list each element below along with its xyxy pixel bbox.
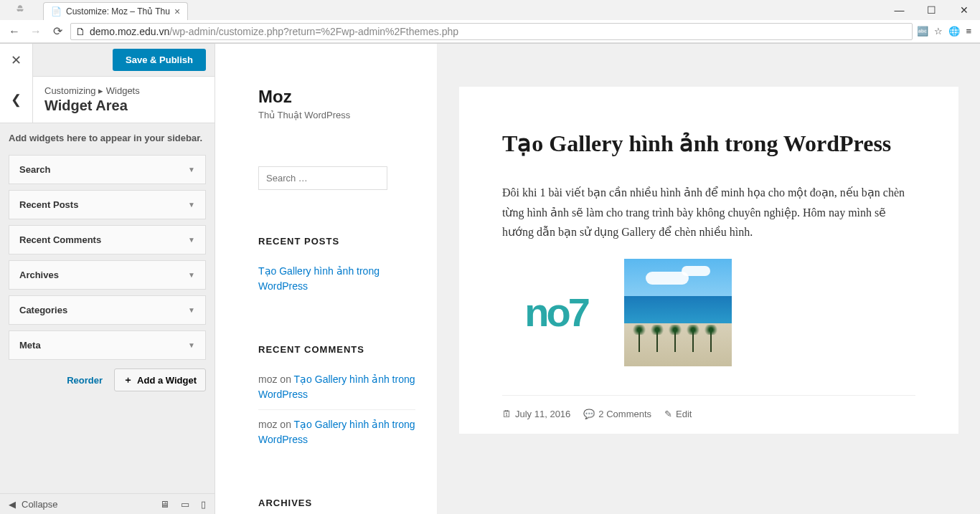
chevron-down-icon: ▼ bbox=[188, 271, 195, 279]
mobile-icon[interactable]: ▯ bbox=[201, 499, 206, 510]
device-preview-icons: 🖥 ▭ ▯ bbox=[160, 499, 206, 510]
gallery: no7 bbox=[502, 259, 915, 366]
reorder-link[interactable]: Reorder bbox=[67, 375, 103, 386]
reload-button[interactable]: ⟳ bbox=[49, 23, 66, 40]
search-input[interactable] bbox=[258, 166, 387, 190]
recent-comment-item: moz on Tạo Gallery hình ảnh trong WordPr… bbox=[258, 368, 415, 406]
widget-item-search[interactable]: Search ▼ bbox=[9, 155, 206, 184]
collapse-button[interactable]: ◀ Collapse bbox=[9, 499, 58, 510]
calendar-icon: 🗓 bbox=[502, 409, 512, 419]
help-text: Add widgets here to appear in your sideb… bbox=[9, 132, 206, 145]
tablet-icon[interactable]: ▭ bbox=[181, 499, 189, 510]
widget-item-meta[interactable]: Meta ▼ bbox=[9, 330, 206, 360]
add-widget-button[interactable]: ＋ Add a Widget bbox=[114, 368, 206, 391]
gallery-image-beach[interactable] bbox=[624, 259, 732, 366]
panel-title: Widget Area bbox=[44, 97, 203, 114]
close-button[interactable]: ✕ bbox=[948, 0, 980, 20]
widget-actions: Reorder ＋ Add a Widget bbox=[9, 368, 206, 391]
menu-icon[interactable]: ≡ bbox=[966, 26, 971, 37]
close-panel-button[interactable]: ✕ bbox=[0, 44, 33, 77]
breadcrumb: Customizing ▸ Widgets bbox=[44, 85, 203, 96]
preview-sidebar: Moz Thủ Thuật WordPress RECENT POSTS Tạo… bbox=[215, 44, 438, 514]
archives-widget: ARCHIVES July 2016 bbox=[258, 498, 415, 514]
customizer-panel: ✕ Save & Publish ❮ Customizing ▸ Widgets… bbox=[0, 44, 215, 514]
bookmark-icon[interactable]: ☆ bbox=[934, 26, 943, 37]
collapse-label: Collapse bbox=[22, 499, 58, 510]
widget-label: Archives bbox=[19, 270, 59, 280]
widget-label: Search bbox=[19, 164, 50, 175]
chevron-down-icon: ▼ bbox=[188, 201, 195, 209]
recent-posts-widget: RECENT POSTS Tạo Gallery hình ảnh trong … bbox=[258, 236, 415, 298]
site-description: Thủ Thuật WordPress bbox=[258, 110, 415, 120]
comment-icon: 💬 bbox=[583, 409, 595, 419]
recent-post-link[interactable]: Tạo Gallery hình ảnh trong WordPress bbox=[258, 260, 415, 298]
nav-bar: ← → ⟳ 🗋 demo.moz.edu.vn/wp-admin/customi… bbox=[0, 20, 980, 43]
widget-item-archives[interactable]: Archives ▼ bbox=[9, 260, 206, 290]
site-title[interactable]: Moz bbox=[258, 87, 415, 107]
widget-label: Recent Comments bbox=[19, 234, 101, 245]
app: ✕ Save & Publish ❮ Customizing ▸ Widgets… bbox=[0, 44, 980, 514]
comment-author[interactable]: moz bbox=[258, 419, 277, 430]
browser-chrome: 📄 Customize: Moz – Thủ Thu × — ☐ ✕ ← → ⟳… bbox=[0, 0, 980, 44]
post-body: Đôi khi 1 bài viết bạn cần nhiều hình ản… bbox=[502, 183, 915, 242]
translate-icon[interactable]: 🔤 bbox=[917, 26, 928, 37]
globe-icon[interactable]: 🌐 bbox=[948, 26, 960, 37]
widget-item-categories[interactable]: Categories ▼ bbox=[9, 295, 206, 325]
on-label: on bbox=[280, 373, 291, 385]
preview-frame: Moz Thủ Thuật WordPress RECENT POSTS Tạo… bbox=[215, 44, 980, 514]
plus-icon: ＋ bbox=[123, 373, 133, 386]
widget-label: Meta bbox=[19, 340, 41, 351]
comment-author[interactable]: moz bbox=[258, 373, 277, 385]
url-bar[interactable]: 🗋 demo.moz.edu.vn/wp-admin/customize.php… bbox=[70, 23, 913, 40]
edit-icon: ✎ bbox=[664, 409, 672, 419]
window-controls: — ☐ ✕ bbox=[883, 0, 980, 20]
widget-label: Recent Posts bbox=[19, 199, 78, 210]
preview-main: Tạo Gallery hình ảnh trong WordPress Đôi… bbox=[438, 44, 980, 514]
widget-title: RECENT POSTS bbox=[258, 236, 415, 247]
breadcrumb-prefix: Customizing ▸ bbox=[44, 85, 103, 96]
chevron-down-icon: ▼ bbox=[188, 236, 195, 244]
minimize-button[interactable]: — bbox=[883, 0, 915, 20]
page-icon: 🗋 bbox=[75, 26, 85, 37]
widget-label: Categories bbox=[19, 305, 67, 315]
breadcrumb-row: ❮ Customizing ▸ Widgets Widget Area bbox=[0, 77, 215, 123]
back-panel-button[interactable]: ❮ bbox=[0, 77, 33, 123]
search-widget bbox=[258, 166, 415, 190]
customizer-header: ✕ Save & Publish bbox=[0, 44, 215, 77]
post: Tạo Gallery hình ảnh trong WordPress Đôi… bbox=[459, 87, 958, 434]
chevron-down-icon: ▼ bbox=[188, 341, 195, 349]
browser-tab[interactable]: 📄 Customize: Moz – Thủ Thu × bbox=[43, 2, 188, 20]
maximize-button[interactable]: ☐ bbox=[915, 0, 948, 20]
add-widget-label: Add a Widget bbox=[137, 375, 197, 386]
incognito-icon bbox=[6, 1, 34, 19]
page-icon: 📄 bbox=[51, 6, 62, 16]
chevron-left-icon: ◀ bbox=[9, 499, 16, 510]
chevron-down-icon: ▼ bbox=[188, 306, 195, 314]
url-domain: demo.moz.edu.vn bbox=[90, 26, 169, 37]
widget-item-recent-comments[interactable]: Recent Comments ▼ bbox=[9, 225, 206, 254]
tab-title: Customize: Moz – Thủ Thu bbox=[66, 6, 170, 16]
widget-title: ARCHIVES bbox=[258, 498, 415, 508]
url-path: /wp-admin/customize.php?return=%2Fwp-adm… bbox=[169, 26, 458, 37]
tab-bar: 📄 Customize: Moz – Thủ Thu × — ☐ ✕ bbox=[0, 0, 980, 20]
save-publish-button[interactable]: Save & Publish bbox=[113, 49, 206, 71]
breadcrumb-section: Widgets bbox=[106, 85, 140, 96]
tab-close-icon[interactable]: × bbox=[174, 6, 180, 17]
customizer-footer: ◀ Collapse 🖥 ▭ ▯ bbox=[0, 493, 215, 514]
forward-button[interactable]: → bbox=[27, 23, 44, 40]
post-meta: 🗓 July 11, 2016 💬 2 Comments ✎ Edit bbox=[502, 395, 915, 419]
recent-comments-widget: RECENT COMMENTS moz on Tạo Gallery hình … bbox=[258, 344, 415, 452]
post-date[interactable]: 🗓 July 11, 2016 bbox=[502, 409, 570, 419]
post-comments-link[interactable]: 💬 2 Comments bbox=[583, 409, 651, 419]
desktop-icon[interactable]: 🖥 bbox=[160, 499, 169, 510]
post-title[interactable]: Tạo Gallery hình ảnh trong WordPress bbox=[502, 130, 915, 157]
widget-item-recent-posts[interactable]: Recent Posts ▼ bbox=[9, 190, 206, 219]
gallery-image-logo[interactable]: no7 bbox=[502, 259, 610, 366]
widget-title: RECENT COMMENTS bbox=[258, 344, 415, 355]
on-label: on bbox=[280, 419, 291, 430]
post-edit-link[interactable]: ✎ Edit bbox=[664, 409, 692, 419]
chevron-down-icon: ▼ bbox=[188, 166, 195, 173]
back-button[interactable]: ← bbox=[6, 23, 23, 40]
customizer-body: Add widgets here to appear in your sideb… bbox=[0, 123, 215, 493]
recent-comment-item: moz on Tạo Gallery hình ảnh trong WordPr… bbox=[258, 409, 415, 452]
